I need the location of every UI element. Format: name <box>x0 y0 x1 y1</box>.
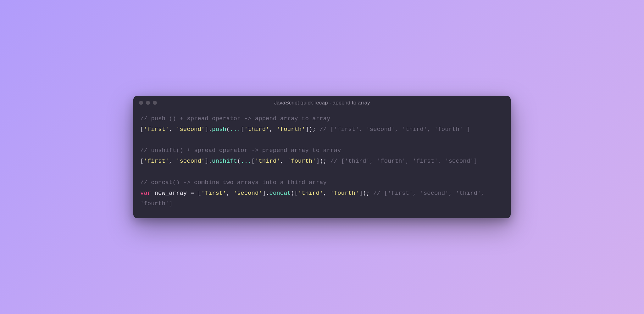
code-token: 'third' <box>255 158 280 165</box>
code-token: ]. <box>205 158 212 165</box>
code-token: ( <box>237 158 241 165</box>
code-token: ]. <box>205 126 212 133</box>
traffic-lights <box>139 101 157 105</box>
code-token: , <box>323 190 330 197</box>
close-icon[interactable] <box>139 101 143 105</box>
code-token: 'second' <box>176 126 205 133</box>
code-window: JavaScript quick recap - append to array… <box>133 96 511 218</box>
code-token: 'second' <box>234 190 262 197</box>
code-token: [ <box>241 126 244 133</box>
code-token: ... <box>230 126 241 133</box>
code-token: = [ <box>191 190 201 197</box>
code-token: unshift <box>212 158 237 165</box>
code-line: ['first', 'second'].push(...['third', 'f… <box>140 124 504 135</box>
code-token: ]); <box>359 190 374 197</box>
code-token: , <box>169 158 176 165</box>
code-token: ]); <box>316 158 330 165</box>
code-token: , <box>226 190 234 197</box>
code-token: push <box>212 126 226 133</box>
code-line: ['first', 'second'].unshift(...['third',… <box>140 156 504 167</box>
code-token: concat <box>269 190 291 197</box>
code-line: // unshift() + spread operator -> prepen… <box>140 145 504 156</box>
code-token: // unshift() + spread operator -> prepen… <box>140 147 341 154</box>
code-token: ( <box>226 126 230 133</box>
code-token: ]); <box>305 126 320 133</box>
code-token: , <box>269 126 277 133</box>
code-token: ]. <box>262 190 269 197</box>
code-token: 'third' <box>244 126 269 133</box>
code-token: , <box>169 126 176 133</box>
code-token: 'second' <box>176 158 205 165</box>
code-token: ... <box>241 158 251 165</box>
code-line: // concat() -> combine two arrays into a… <box>140 177 504 188</box>
code-token: // ['third', 'fourth', 'first', 'second'… <box>330 158 477 165</box>
code-token: [ <box>140 126 144 133</box>
code-token: var <box>140 190 151 197</box>
code-token: 'first' <box>144 126 169 133</box>
code-token: ([ <box>291 190 298 197</box>
code-token: 'first' <box>201 190 226 197</box>
code-token: 'third' <box>298 190 323 197</box>
code-token: // push () + spread operator -> append a… <box>140 115 330 122</box>
code-token: 'fourth' <box>276 126 305 133</box>
code-line: // push () + spread operator -> append a… <box>140 114 504 124</box>
code-token: new_array <box>151 190 190 197</box>
code-token: [ <box>252 158 255 165</box>
minimize-icon[interactable] <box>146 101 150 105</box>
code-line <box>140 167 504 177</box>
window-title: JavaScript quick recap - append to array <box>133 100 511 106</box>
code-token: 'first' <box>144 158 169 165</box>
window-titlebar: JavaScript quick recap - append to array <box>133 96 511 110</box>
maximize-icon[interactable] <box>153 101 157 105</box>
code-token: // ['first', 'second', 'third', 'fourth'… <box>319 126 470 133</box>
code-token: // concat() -> combine two arrays into a… <box>140 179 327 186</box>
code-line <box>140 135 504 145</box>
code-block: // push () + spread operator -> append a… <box>133 110 511 218</box>
code-token: 'fourth' <box>287 158 316 165</box>
code-token: , <box>280 158 287 165</box>
code-line: var new_array = ['first', 'second'].conc… <box>140 188 504 210</box>
code-token: [ <box>140 158 144 165</box>
code-token: 'fourth' <box>330 190 359 197</box>
